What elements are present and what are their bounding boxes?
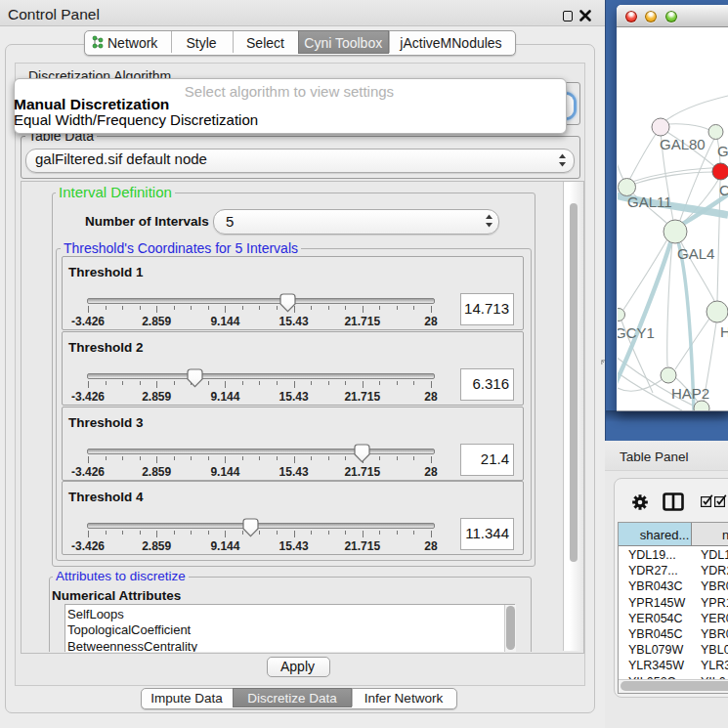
svg-text:HAP2: HAP2 bbox=[671, 385, 709, 402]
svg-text:GAL7: GAL7 bbox=[717, 143, 728, 159]
svg-text:GCY1: GCY1 bbox=[618, 324, 655, 341]
svg-text:HI: HI bbox=[720, 323, 728, 340]
svg-text:CD: CD bbox=[719, 182, 728, 198]
svg-text:GAL11: GAL11 bbox=[627, 193, 672, 210]
svg-text:GAL4: GAL4 bbox=[677, 245, 714, 262]
svg-text:GAL80: GAL80 bbox=[660, 136, 706, 152]
